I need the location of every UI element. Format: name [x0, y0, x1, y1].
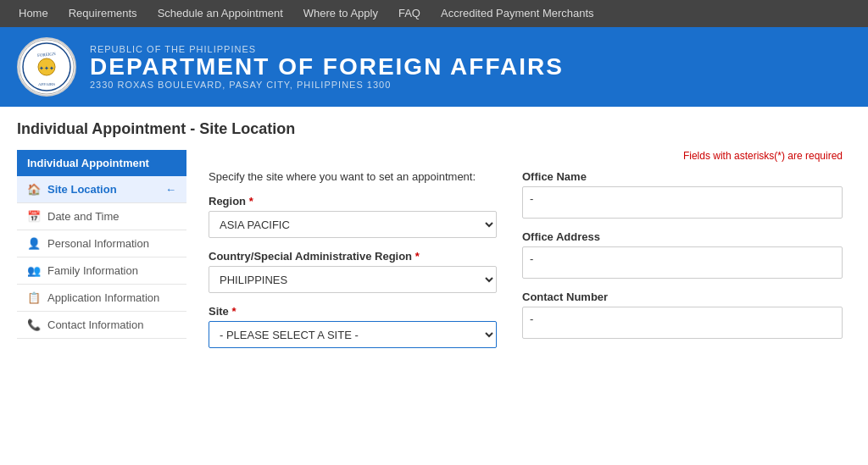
site-group: Site * - PLEASE SELECT A SITE - [209, 305, 497, 348]
office-name-label: Office Name [522, 170, 843, 183]
sidebar-site-location-label: Site Location [47, 183, 117, 196]
page-title-prefix: Individual Appointment [17, 120, 186, 137]
clipboard-icon: 📋 [27, 291, 41, 304]
office-name-value: - [522, 186, 843, 219]
sidebar-item-contact-info[interactable]: 📞 Contact Information [17, 312, 186, 339]
form-col-left: Specify the site where you want to set a… [209, 170, 497, 360]
country-select[interactable]: PHILIPPINES USA JAPAN [209, 266, 497, 293]
home-icon: 🏠 [27, 183, 41, 196]
page-title: Individual Appointment - Site Location [17, 120, 851, 138]
site-label: Site * [209, 305, 497, 318]
nav-faq[interactable]: FAQ [388, 0, 431, 27]
sidebar-item-date-time[interactable]: 📅 Date and Time [17, 203, 186, 230]
form-intro: Specify the site where you want to set a… [209, 170, 497, 183]
republic-label: Republic of the Philippines [90, 44, 564, 54]
calendar-icon: 📅 [27, 210, 41, 223]
nav-home[interactable]: Home [8, 0, 58, 27]
nav-requirements[interactable]: Requirements [58, 0, 147, 27]
required-note: Fields with asterisks(*) are required [209, 150, 843, 162]
office-address-label: Office Address [522, 230, 843, 243]
country-label: Country/Special Administrative Region * [209, 250, 497, 263]
department-address: 2330 Roxas Boulevard, Pasay City, Philip… [90, 80, 564, 90]
nav-schedule[interactable]: Schedule an Appointment [147, 0, 293, 27]
site-select[interactable]: - PLEASE SELECT A SITE - [209, 321, 497, 348]
svg-text:✦✦✦: ✦✦✦ [39, 65, 54, 72]
sidebar-contact-info-label: Contact Information [47, 318, 143, 331]
region-label: Region * [209, 195, 497, 208]
form-row: Specify the site where you want to set a… [209, 170, 843, 360]
office-address-value: - [522, 246, 843, 279]
dfa-seal: ✦✦✦ FOREIGN AFFAIRS [17, 37, 76, 97]
content-wrapper: Individual Appointment 🏠 Site Location ←… [17, 150, 851, 360]
sidebar: Individual Appointment 🏠 Site Location ←… [17, 150, 186, 360]
form-col-right: Office Name - Office Address - Contact N… [522, 170, 843, 360]
region-select[interactable]: ASIA PACIFIC EUROPE MIDDLE EAST AMERICAS [209, 211, 497, 238]
sidebar-item-personal-info[interactable]: 👤 Personal Information [17, 230, 186, 257]
site-header: ✦✦✦ FOREIGN AFFAIRS Republic of the Phil… [0, 27, 868, 107]
family-icon: 👥 [27, 264, 41, 277]
office-name-field: Office Name - [522, 170, 843, 219]
main-content: Individual Appointment - Site Location I… [0, 107, 868, 462]
office-contact-field: Contact Number - [522, 291, 843, 339]
header-text: Republic of the Philippines Department o… [90, 44, 564, 91]
top-nav: Home Requirements Schedule an Appointmen… [0, 0, 868, 27]
sidebar-item-site-location[interactable]: 🏠 Site Location ← [17, 176, 186, 203]
sidebar-item-application-info[interactable]: 📋 Application Information [17, 285, 186, 312]
site-required: * [231, 305, 236, 318]
country-required: * [415, 250, 420, 263]
form-area: Fields with asterisks(*) are required Sp… [200, 150, 851, 360]
sidebar-application-info-label: Application Information [47, 291, 159, 304]
region-required: * [249, 195, 253, 208]
office-contact-label: Contact Number [522, 291, 843, 303]
department-name: Department of Foreign Affairs [90, 54, 564, 80]
office-contact-value: - [522, 307, 843, 339]
sidebar-family-info-label: Family Information [47, 264, 138, 277]
arrow-icon: ← [165, 183, 176, 196]
country-group: Country/Special Administrative Region * … [209, 250, 497, 293]
nav-merchants[interactable]: Accredited Payment Merchants [431, 0, 604, 27]
svg-text:AFFAIRS: AFFAIRS [38, 82, 55, 86]
sidebar-header: Individual Appointment [17, 150, 186, 176]
page-title-suffix: - Site Location [186, 120, 295, 137]
sidebar-personal-info-label: Personal Information [47, 237, 149, 250]
region-group: Region * ASIA PACIFIC EUROPE MIDDLE EAST… [209, 195, 497, 238]
sidebar-item-family-info[interactable]: 👥 Family Information [17, 257, 186, 285]
sidebar-date-time-label: Date and Time [47, 210, 120, 223]
nav-where-to-apply[interactable]: Where to Apply [293, 0, 388, 27]
phone-icon: 📞 [27, 318, 41, 331]
office-address-field: Office Address - [522, 230, 843, 279]
person-icon: 👤 [27, 237, 41, 250]
